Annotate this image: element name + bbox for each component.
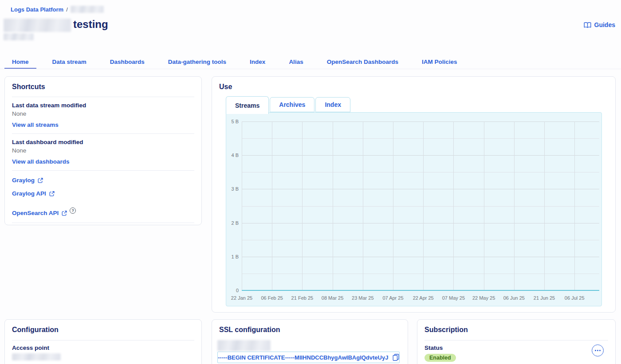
tab-data-stream[interactable]: Data stream	[45, 56, 94, 69]
guides-label: Guides	[594, 21, 615, 28]
x-tick-label: 21 Feb 25	[291, 295, 314, 301]
last-dashboard-label: Last dashboard modified	[12, 139, 194, 145]
redacted-service-name	[71, 6, 104, 13]
redacted-subtitle	[4, 33, 34, 40]
gridline-h	[242, 257, 599, 257]
x-tick-label: 22 Apr 25	[413, 295, 434, 301]
x-tick-label: 06 Jun 25	[503, 295, 525, 301]
gridline-v	[333, 121, 333, 290]
certificate-preview: -----BEGIN CERTIFICATE-----MIIHNDCCBhygA…	[218, 354, 389, 361]
status-label: Status	[424, 344, 608, 351]
use-tabs: StreamsArchivesIndex	[226, 97, 351, 114]
main-tabs: HomeData streamDashboardsData-gathering …	[4, 56, 465, 69]
x-tick-label: 21 Jun 25	[534, 295, 555, 301]
more-options-button[interactable]	[592, 344, 604, 356]
breadcrumb: Logs Data Platform /	[11, 6, 104, 13]
divider	[12, 97, 194, 97]
x-tick-label: 22 Jan 25	[231, 295, 252, 301]
gridline-v	[574, 121, 575, 290]
ssl-title: SSL configuration	[219, 326, 401, 334]
usage-chart: 5 B4 B3 B2 B1 B022 Jan 2506 Feb 2521 Feb…	[226, 112, 602, 306]
x-tick-label: 06 Feb 25	[261, 295, 283, 301]
help-circle-icon[interactable]: ?	[70, 207, 76, 214]
gridline-h	[242, 155, 599, 156]
certificate-field[interactable]: -----BEGIN CERTIFICATE-----MIIHNDCCBhygA…	[217, 352, 400, 363]
divider	[12, 340, 194, 341]
breadcrumb-separator: /	[66, 6, 68, 13]
view-all-streams-link[interactable]: View all streams	[12, 121, 59, 128]
tab-home[interactable]: Home	[4, 56, 36, 69]
gridline-h	[242, 189, 599, 189]
divider	[12, 223, 194, 223]
copy-icon[interactable]	[393, 354, 399, 361]
breadcrumb-root-link[interactable]: Logs Data Platform	[11, 6, 63, 13]
x-tick-label: 06 Jul 25	[565, 295, 585, 301]
external-link-icon	[38, 178, 43, 183]
gridline-v	[272, 121, 272, 290]
last-data-stream-label: Last data stream modified	[12, 102, 194, 109]
tab-opensearch-dashboards[interactable]: OpenSearch Dashboards	[319, 56, 406, 69]
page-title: testing	[73, 18, 108, 31]
guides-link[interactable]: Guides	[584, 21, 615, 28]
configuration-title: Configuration	[12, 326, 194, 334]
y-tick-label: 3 B	[231, 186, 239, 192]
gridline-v	[363, 121, 363, 290]
gridline-v	[544, 121, 545, 290]
tab-data-gathering-tools[interactable]: Data-gathering tools	[161, 56, 234, 69]
gridline-h	[242, 172, 599, 172]
subscription-title: Subscription	[424, 326, 608, 334]
chart-plot: 5 B4 B3 B2 B1 B022 Jan 2506 Feb 2521 Feb…	[242, 121, 599, 290]
gridline-h	[242, 206, 599, 207]
y-tick-label: 0	[236, 288, 239, 293]
graylog-link-label: Graylog	[12, 177, 35, 184]
x-tick-label: 07 Apr 25	[382, 295, 403, 301]
gridline-h	[242, 274, 599, 274]
use-tab-index[interactable]: Index	[315, 97, 350, 112]
redacted-access-point-value	[12, 353, 61, 360]
opensearch-api-link[interactable]: OpenSearch API	[12, 210, 67, 216]
use-card: Use StreamsArchivesIndex 5 B4 B3 B2 B1 B…	[212, 76, 616, 313]
shortcuts-title: Shortcuts	[12, 83, 194, 91]
gridline-v	[242, 121, 242, 290]
page: Logs Data Platform / testing Guides Home…	[0, 0, 621, 364]
last-data-stream-value: None	[12, 110, 194, 117]
divider	[424, 340, 608, 341]
gridline-h	[242, 223, 599, 223]
divider	[12, 170, 194, 171]
y-tick-label: 5 B	[231, 119, 239, 124]
graylog-api-link[interactable]: Graylog API	[12, 190, 194, 197]
x-tick-label: 23 Mar 25	[352, 295, 374, 301]
access-point-label: Access point	[12, 344, 194, 351]
y-tick-label: 2 B	[231, 220, 239, 226]
status-badge: Enabled	[424, 354, 456, 362]
tabs-divider	[0, 69, 621, 69]
view-all-dashboards-link[interactable]: View all dashboards	[12, 158, 70, 165]
use-tab-streams[interactable]: Streams	[226, 96, 269, 114]
graylog-link[interactable]: Graylog	[12, 177, 194, 184]
shortcuts-card: Shortcuts Last data stream modified None…	[4, 76, 202, 225]
use-tab-archives[interactable]: Archives	[270, 97, 314, 112]
gridline-v	[514, 121, 515, 290]
subscription-card: Subscription Status Enabled	[417, 319, 616, 364]
ellipsis-icon	[595, 350, 596, 351]
book-icon	[584, 22, 591, 28]
divider	[12, 133, 194, 134]
redacted-title-prefix	[4, 19, 71, 32]
gridline-h	[242, 138, 599, 139]
tab-dashboards[interactable]: Dashboards	[102, 56, 152, 69]
external-link-icon	[49, 191, 55, 196]
use-title: Use	[219, 83, 608, 91]
opensearch-api-link-label: OpenSearch API	[12, 210, 59, 216]
ssl-configuration-card: SSL configuration -----BEGIN CERTIFICATE…	[212, 319, 408, 364]
x-tick-label: 07 May 25	[442, 295, 465, 301]
gridline-h	[242, 121, 599, 122]
x-tick-label: 08 Mar 25	[322, 295, 344, 301]
tab-iam-policies[interactable]: IAM Policies	[414, 56, 465, 69]
graylog-api-link-label: Graylog API	[12, 190, 46, 197]
tab-alias[interactable]: Alias	[281, 56, 310, 69]
tab-index[interactable]: Index	[242, 56, 273, 69]
configuration-card: Configuration Access point	[4, 319, 202, 364]
gridline-v	[302, 121, 303, 290]
gridline-v	[484, 121, 484, 290]
last-dashboard-value: None	[12, 147, 194, 154]
